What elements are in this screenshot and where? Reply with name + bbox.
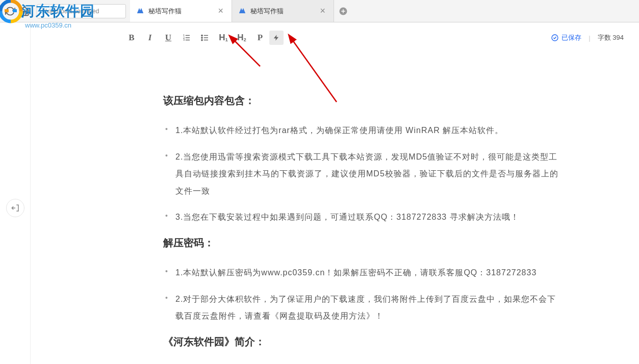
tabs-container: 秘塔写作猫 × 秘塔写作猫 × xyxy=(130,0,352,22)
svg-point-15 xyxy=(552,35,558,41)
unordered-list-button[interactable] xyxy=(196,29,214,47)
url-bar[interactable]: ://xiezuocat.com/#/ed xyxy=(37,4,126,18)
svg-point-12 xyxy=(201,35,202,36)
heading-1: 该压缩包内容包含： xyxy=(163,94,563,108)
status-area: 已保存 | 字数 394 xyxy=(551,33,624,42)
tab-title: 秘塔写作猫 xyxy=(148,7,216,16)
tab-favicon-icon xyxy=(136,7,144,15)
browser-bar: ://xiezuocat.com/#/ed 秘塔写作猫 × 秘塔写作猫 × xyxy=(0,0,639,22)
new-tab-button[interactable] xyxy=(334,0,352,22)
lightning-button[interactable] xyxy=(269,31,284,45)
left-sidebar xyxy=(0,22,31,364)
tab-0[interactable]: 秘塔写作猫 × xyxy=(130,0,232,22)
list-item: 2.当您使用迅雷等搜索资源模式下载工具下载本站资源，发现MD5值验证不对时，很可… xyxy=(175,148,563,200)
lightning-icon xyxy=(273,34,280,41)
heading-3: 《河东软件园》简介： xyxy=(163,335,563,349)
list-item: 2.对于部分大体积软件，为了保证用户的下载速度，我们将附件上传到了百度云盘中，如… xyxy=(175,291,563,325)
bold-button[interactable]: B xyxy=(122,29,141,47)
check-circle-icon xyxy=(551,34,559,42)
svg-point-13 xyxy=(201,37,202,38)
italic-button[interactable]: I xyxy=(141,29,159,47)
word-count: 字数 394 xyxy=(598,33,624,42)
reload-icon[interactable] xyxy=(5,6,15,16)
divider: | xyxy=(589,34,590,42)
close-icon[interactable]: × xyxy=(216,6,225,16)
svg-point-14 xyxy=(201,39,202,40)
list-item: 1.本站默认解压密码为www.pc0359.cn！如果解压密码不正确，请联系客服… xyxy=(175,264,563,281)
heading-2: 解压密码： xyxy=(163,236,563,250)
close-icon[interactable]: × xyxy=(318,6,327,16)
editor-toolbar: B I U 123 H1 H2 P 已保存 | 字数 394 xyxy=(31,22,639,53)
list-1: 1.本站默认软件经过打包为rar格式，为确保正常使用请使用 WinRAR 解压本… xyxy=(163,122,563,226)
h1-button[interactable]: H1 xyxy=(214,29,233,47)
ordered-list-icon: 123 xyxy=(182,33,191,42)
tab-1[interactable]: 秘塔写作猫 × xyxy=(232,0,334,22)
h2-button[interactable]: H2 xyxy=(233,29,251,47)
url-text: ://xiezuocat.com/#/ed xyxy=(41,8,99,15)
tab-favicon-icon xyxy=(238,7,246,15)
nav-controls xyxy=(0,6,35,16)
underline-button[interactable]: U xyxy=(159,29,177,47)
editor-content[interactable]: 该压缩包内容包含： 1.本站默认软件经过打包为rar格式，为确保正常使用请使用 … xyxy=(31,53,639,364)
plus-icon xyxy=(339,7,348,16)
ordered-list-button[interactable]: 123 xyxy=(177,29,196,47)
saved-status: 已保存 xyxy=(551,33,581,42)
home-icon[interactable] xyxy=(19,6,30,16)
svg-text:3: 3 xyxy=(183,38,185,41)
app-container: B I U 123 H1 H2 P 已保存 | 字数 394 该压缩包内容包含：… xyxy=(0,22,639,364)
paragraph-button[interactable]: P xyxy=(251,29,269,47)
list-2: 1.本站默认解压密码为www.pc0359.cn！如果解压密码不正确，请联系客服… xyxy=(163,264,563,325)
unordered-list-icon xyxy=(200,33,210,42)
list-item: 1.本站默认软件经过打包为rar格式，为确保正常使用请使用 WinRAR 解压本… xyxy=(175,122,563,139)
tab-title: 秘塔写作猫 xyxy=(250,7,318,16)
list-item: 3.当您在下载安装过程中如果遇到问题，可通过联系QQ：3187272833 寻求… xyxy=(175,209,563,226)
sidebar-collapse-button[interactable] xyxy=(6,199,24,217)
collapse-icon xyxy=(11,203,20,213)
